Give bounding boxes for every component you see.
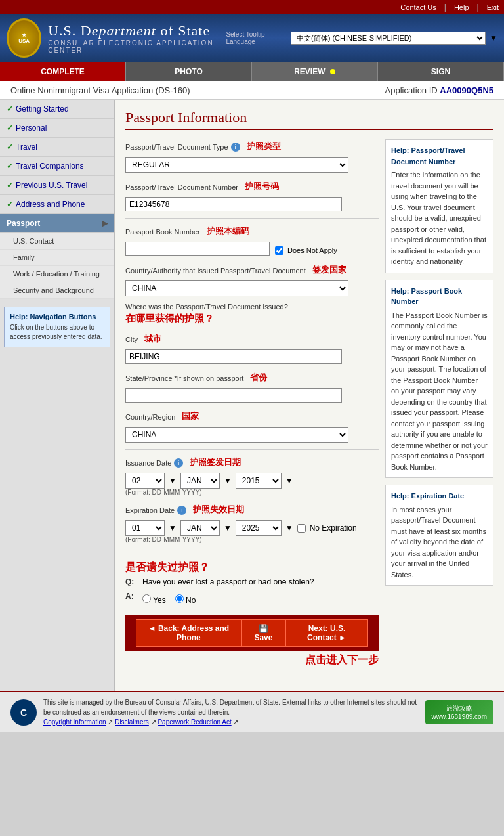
app-id-value: AA0090Q5N5 <box>440 85 494 95</box>
city-input[interactable] <box>125 349 342 364</box>
tab-complete[interactable]: COMPLETE <box>0 62 126 81</box>
paperwork-link[interactable]: Paperwork Reduction Act <box>158 718 231 726</box>
sidebar-item-work-education[interactable]: Work / Education / Training <box>0 266 114 282</box>
back-button[interactable]: ◄ Back: Address and Phone <box>136 619 242 647</box>
book-does-not-apply-checkbox[interactable] <box>275 246 284 255</box>
check-icon: ✓ <box>7 123 13 133</box>
dd-arrow: ▼ <box>169 476 177 485</box>
dept-sub: CONSULAR ELECTRONIC APPLICATION CENTER <box>48 39 226 54</box>
tab-review[interactable]: REVIEW <box>252 62 378 81</box>
issuance-dd-select[interactable]: 02 <box>125 473 165 489</box>
passport-number-annotation: 护照号码 <box>245 181 279 192</box>
passport-number-input[interactable] <box>125 197 342 211</box>
arrow-right-icon: ▶ <box>102 219 108 228</box>
info-icon[interactable]: i <box>231 143 240 152</box>
book-does-not-apply-label: Does Not Apply <box>287 246 337 254</box>
passport-type-annotation: 护照类型 <box>247 141 281 152</box>
passport-type-group: Passport/Travel Document Type i 护照类型 REG… <box>125 139 379 173</box>
save-button[interactable]: 💾 Save <box>242 619 285 647</box>
site-header: ★USA U.S. Department of State CONSULAR E… <box>0 14 504 62</box>
content-area: Passport Information Passport/Travel Doc… <box>115 100 504 691</box>
seal-logo: ★USA <box>7 18 41 58</box>
info-icon-expiration[interactable]: i <box>177 506 186 515</box>
state-group: State/Province *If shown on passport 省份 <box>125 370 379 403</box>
sidebar-item-family[interactable]: Family <box>0 250 114 266</box>
copyright-link[interactable]: Copyright Information <box>43 718 106 726</box>
lost-no-label[interactable]: No <box>175 594 196 605</box>
check-icon: ✓ <box>7 104 13 114</box>
sidebar-item-travel-companions[interactable]: ✓ Travel Companions <box>0 157 114 176</box>
book-number-input[interactable] <box>125 242 270 256</box>
sidebar-item-us-contact[interactable]: U.S. Contact <box>0 233 114 250</box>
review-dot <box>330 69 335 74</box>
expiration-yyyy-select[interactable]: 2025 <box>236 520 282 536</box>
country-region-group: Country/Region 国家 CHINA <box>125 409 379 443</box>
lost-question-text: Have you ever lost a passport or had one… <box>142 577 314 586</box>
contact-us-link[interactable]: Contact Us <box>400 3 436 11</box>
page-title: Passport Information <box>125 109 494 130</box>
lost-yes-radio[interactable] <box>142 594 151 603</box>
sidebar-item-personal[interactable]: ✓ Personal <box>0 119 114 138</box>
sidebar-help-text: Click on the buttons above to access pre… <box>10 323 104 341</box>
yyyy-arrow2: ▼ <box>285 523 293 533</box>
main-layout: ✓ Getting Started ✓ Personal ✓ Travel ✓ … <box>0 100 504 691</box>
sidebar-item-address-phone[interactable]: ✓ Address and Phone <box>0 195 114 214</box>
lost-no-radio[interactable] <box>175 594 184 603</box>
help-passport-doc-title: Help: Passport/Travel Document Number <box>391 145 488 167</box>
passport-type-select[interactable]: REGULAR OFFICIAL DIPLOMATIC LAISSEZ-PASS… <box>125 157 348 173</box>
book-number-label: Passport Book Number <box>125 228 200 236</box>
expiration-mmm-select[interactable]: JAN <box>180 520 220 536</box>
country-issued-annotation: 签发国家 <box>312 264 346 276</box>
issuance-yyyy-select[interactable]: 2015 <box>236 473 282 489</box>
sidebar-item-previous-us-travel[interactable]: ✓ Previous U.S. Travel <box>0 176 114 195</box>
tab-photo[interactable]: PHOTO <box>126 62 252 81</box>
sidebar-item-passport[interactable]: Passport ▶ <box>0 214 114 233</box>
expiration-dd-select[interactable]: 01 <box>125 520 165 536</box>
next-button[interactable]: Next: U.S. Contact ► <box>285 619 368 647</box>
help-passport-doc: Help: Passport/Travel Document Number En… <box>385 139 494 273</box>
help-expiration-title: Help: Expiration Date <box>391 491 488 502</box>
country-region-select[interactable]: CHINA <box>125 427 348 443</box>
app-title: Online Nonimmigrant Visa Application (DS… <box>10 85 190 95</box>
country-issued-group: Country/Authority that Issued Passport/T… <box>125 263 379 296</box>
footer-text: This site is managed by the Bureau of Co… <box>43 697 419 727</box>
help-panel: Help: Passport/Travel Document Number En… <box>385 139 494 667</box>
lost-yes-label[interactable]: Yes <box>142 594 166 605</box>
language-select[interactable]: 中文(简体) (CHINESE-SIMPLIFIED) <box>291 32 486 45</box>
help-book-number-title: Help: Passport Book Number <box>391 286 488 307</box>
check-icon: ✓ <box>7 181 13 190</box>
expiration-date-label: Expiration Date <box>125 506 175 514</box>
city-annotation: 城市 <box>144 333 161 345</box>
sidebar-item-travel[interactable]: ✓ Travel <box>0 138 114 157</box>
exit-link[interactable]: Exit <box>487 3 499 11</box>
issued-where-annotation: 在哪里获得的护照？ <box>125 313 379 325</box>
country-issued-select[interactable]: CHINA <box>125 280 348 296</box>
mmm-arrow2: ▼ <box>224 523 232 533</box>
help-expiration-text: In most cases your passport/Travel Docum… <box>391 504 488 581</box>
sidebar: ✓ Getting Started ✓ Personal ✓ Travel ✓ … <box>0 100 115 691</box>
help-link[interactable]: Help <box>454 3 469 11</box>
next-annotation: 点击进入下一步 <box>125 653 379 667</box>
state-input[interactable] <box>125 388 342 403</box>
help-book-number-text: The Passport Book Number is commonly cal… <box>391 310 488 473</box>
issuance-date-group: Issuance Date i 护照签发日期 02 ▼ JAN ▼ <box>125 455 379 496</box>
passport-number-label: Passport/Travel Document Number <box>125 183 238 191</box>
sidebar-item-getting-started[interactable]: ✓ Getting Started <box>0 100 114 119</box>
issuance-mmm-select[interactable]: JAN <box>180 473 220 489</box>
sidebar-help-title: Help: Navigation Buttons <box>10 313 104 320</box>
disclaimers-link[interactable]: Disclaimers <box>115 718 149 726</box>
sidebar-help-box: Help: Navigation Buttons Click on the bu… <box>4 307 110 347</box>
form-section: Passport/Travel Document Type i 护照类型 REG… <box>125 139 494 667</box>
footer-logo: C <box>10 699 37 726</box>
no-expiration-label: No Expiration <box>310 523 357 533</box>
state-annotation: 省份 <box>250 372 267 384</box>
dropdown-arrow-icon: ▼ <box>490 33 497 43</box>
info-icon-issuance[interactable]: i <box>174 458 183 468</box>
footer-stamp: 旅游攻略 www.1681989.com <box>425 700 494 724</box>
lost-passport-section: 是否遗失过护照？ Q: Have you ever lost a passpor… <box>125 561 379 605</box>
tab-sign[interactable]: SIGN <box>378 62 504 81</box>
sidebar-item-security[interactable]: Security and Background <box>0 282 114 299</box>
tooltip-lang-label: Select Tooltip Language <box>226 31 287 45</box>
issued-where-group: Where was the Passport/Travel Document I… <box>125 303 379 325</box>
no-expiration-checkbox[interactable] <box>297 524 306 533</box>
